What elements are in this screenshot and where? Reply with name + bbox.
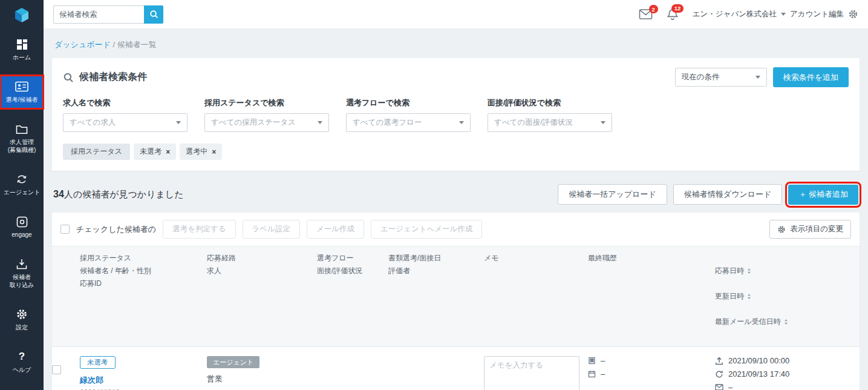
sidebar-item-label: 求人管理 (募集職種)	[8, 138, 36, 154]
remove-tag-icon[interactable]: ×	[166, 148, 170, 156]
filter-tag: 未選考 ×	[134, 144, 176, 160]
chevron-down-icon	[781, 13, 786, 16]
engage-icon	[16, 216, 28, 228]
breadcrumb: ダッシュボード / 候補者一覧	[52, 29, 860, 58]
chevron-down-icon	[755, 76, 760, 79]
mail-icon	[715, 384, 723, 390]
label-settings-button[interactable]: ラベル設定	[243, 220, 300, 239]
calendar-icon	[588, 370, 596, 378]
mail-badge: 2	[649, 5, 658, 13]
job-name-select[interactable]: すべての求人	[63, 113, 188, 132]
interview-status-select-value: すべての面接/評価状況	[494, 117, 573, 128]
home-icon	[16, 38, 28, 50]
select-all-checkbox[interactable]	[60, 225, 70, 234]
search-submit-button[interactable]	[144, 5, 163, 24]
header-checkbox-spacer	[52, 246, 80, 346]
memo-input[interactable]	[484, 356, 579, 390]
filter-hiring-status: 採用ステータスで検索 すべての採用ステータス	[204, 98, 329, 132]
agent-mail-button[interactable]: エージェントへメール作成	[371, 220, 482, 239]
breadcrumb-dashboard-link[interactable]: ダッシュボード	[54, 40, 111, 49]
sidebar-item-label: 設定	[16, 323, 28, 331]
account-edit-link[interactable]: アカウント編集	[790, 9, 844, 19]
refresh-icon	[715, 370, 723, 378]
header-dates: 応募日時 更新日時 最新メール受信日時	[715, 246, 860, 346]
app-logo[interactable]	[0, 0, 44, 30]
bell-notifications[interactable]: 12	[667, 8, 678, 21]
filter-tag: 選考中 ×	[180, 144, 222, 160]
sidebar-item-help[interactable]: ? ヘルプ	[0, 345, 44, 379]
applied-at: 2021/09/10 00:00	[728, 356, 789, 365]
hiring-status-select[interactable]: すべての採用ステータス	[204, 113, 329, 132]
last-job-company-line: –	[588, 356, 709, 365]
filter-tag-label: 選考中	[186, 147, 207, 157]
candidates-table-card: チェックした候補者の 選考を判定する ラベル設定 メール作成 エージェントへメー…	[52, 213, 860, 390]
table-header: 採用ステータス 候補者名 / 年齢・性別 応募ID 応募経路 求人 選考フロー …	[52, 246, 860, 347]
memo-cell	[484, 347, 588, 390]
candidates-card-icon	[15, 81, 28, 93]
sidebar-item-label: 選考/候補者	[6, 96, 38, 104]
chevron-down-icon	[318, 121, 322, 124]
selection-flow-select[interactable]: すべての選考フロー	[346, 113, 471, 132]
sort-icon	[784, 319, 788, 325]
sidebar-item-label: ヘルプ	[13, 366, 31, 374]
filter-tag-label: 未選考	[140, 147, 162, 157]
results-count-text: 34人の候補者が見つかりました	[53, 189, 184, 200]
filter-label: 求人名で検索	[63, 98, 188, 108]
add-search-condition-button[interactable]: 検索条件を追加	[773, 67, 849, 87]
status-badge: 未選考	[80, 356, 116, 369]
search-icon	[63, 72, 74, 83]
account-settings-button[interactable]	[848, 9, 858, 19]
filter-interview-status: 面接/評価状況で検索 すべての面接/評価状況	[488, 98, 612, 132]
list-toolbar: チェックした候補者の 選考を判定する ラベル設定 メール作成 エージェントへメー…	[52, 213, 860, 246]
judge-selection-button[interactable]: 選考を判定する	[163, 220, 235, 239]
interview-status-select[interactable]: すべての面接/評価状況	[488, 113, 612, 132]
search-icon	[149, 10, 158, 19]
company-menu[interactable]: エン・ジャパン株式会社	[693, 9, 777, 19]
remove-tag-icon[interactable]: ×	[212, 148, 216, 156]
filter-row: 求人名で検索 すべての求人 採用ステータスで検索 すべての採用ステータス 選考フ…	[63, 98, 849, 132]
sidebar-item-engage[interactable]: engage	[0, 210, 44, 244]
sidebar-item-settings[interactable]: 設定	[0, 303, 44, 337]
candidate-name-link[interactable]: 緑次郎	[80, 375, 103, 386]
flow-cell	[317, 347, 388, 390]
updated-at: 2021/09/13 17:40	[728, 369, 789, 378]
sort-updated-at[interactable]: 更新日時	[715, 290, 853, 303]
mail-notifications[interactable]: 2	[639, 9, 653, 19]
gear-icon	[777, 225, 786, 234]
account-area: エン・ジャパン株式会社 アカウント編集	[693, 9, 858, 19]
header-memo: メモ	[484, 246, 588, 346]
question-icon: ?	[19, 351, 25, 363]
company-name: エン・ジャパン株式会社	[693, 10, 777, 18]
row-checkbox[interactable]	[52, 365, 61, 374]
saved-conditions-select[interactable]: 現在の条件	[675, 68, 767, 87]
selection-flow-select-value: すべての選考フロー	[353, 117, 422, 128]
sort-last-mail-at[interactable]: 最新メール受信日時	[715, 316, 853, 328]
candidate-search-input[interactable]	[53, 5, 144, 24]
sidebar-item-import[interactable]: 候補者 取り込み	[0, 253, 44, 294]
bulk-upload-button[interactable]: 候補者一括アップロード	[558, 184, 667, 205]
applied-at-line: 2021/09/10 00:00	[715, 356, 853, 365]
sidebar-item-label: ホーム	[13, 53, 31, 61]
filter-job-name: 求人名で検索 すべての求人	[63, 98, 188, 132]
main-content: ダッシュボード / 候補者一覧 候補者検索条件 現在の条件 検索条件を追加	[44, 29, 868, 390]
search-conditions-card: 候補者検索条件 現在の条件 検索条件を追加 求人名で検索 すべての求人	[52, 58, 860, 171]
add-candidate-button[interactable]: ＋ 候補者追加	[788, 185, 858, 205]
status-name-cell: 未選考 緑次郎 0000411910	[80, 347, 207, 390]
sort-icon	[747, 268, 751, 274]
last-job-company: –	[601, 356, 605, 365]
agent-cycle-icon	[16, 173, 28, 185]
sidebar-nav: ホーム 選考/候補者 求人管理 (募集職種) エージェント	[0, 30, 44, 379]
compose-mail-button[interactable]: メール作成	[307, 220, 364, 239]
chevron-down-icon	[176, 121, 181, 124]
header-status-name: 採用ステータス 候補者名 / 年齢・性別 応募ID	[80, 246, 207, 346]
sidebar-item-home[interactable]: ホーム	[0, 33, 44, 67]
breadcrumb-separator: /	[113, 40, 117, 49]
sidebar-item-candidates[interactable]: 選考/候補者	[0, 75, 44, 109]
sidebar-item-jobs[interactable]: 求人管理 (募集職種)	[0, 117, 44, 159]
sort-icon	[747, 293, 751, 300]
display-settings-button[interactable]: 表示項目の変更	[769, 220, 851, 239]
last-job-period-line: –	[588, 369, 709, 378]
download-candidates-button[interactable]: 候補者情報ダウンロード	[673, 184, 783, 205]
sort-applied-at[interactable]: 応募日時	[715, 265, 853, 277]
sidebar-item-agent[interactable]: エージェント	[0, 168, 44, 202]
